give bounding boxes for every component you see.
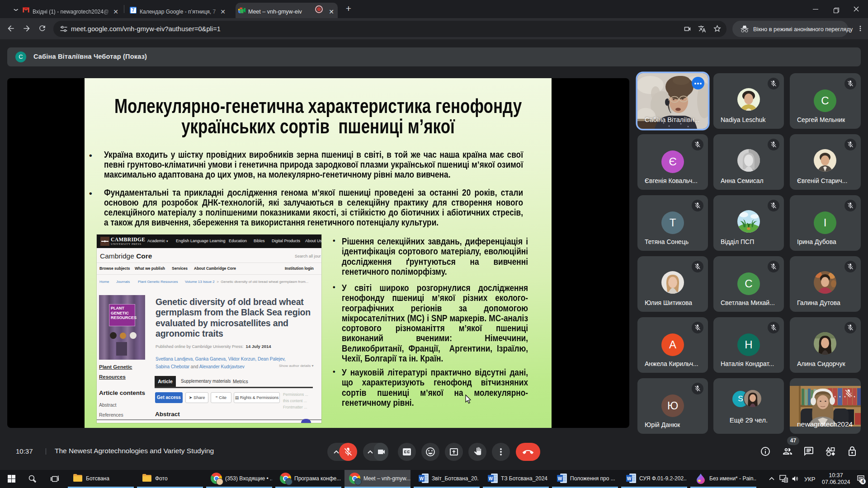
svg-text:W: W	[489, 476, 493, 481]
svg-text:W: W	[558, 476, 562, 481]
svg-text:W: W	[420, 476, 424, 481]
svg-text:W: W	[627, 476, 632, 481]
